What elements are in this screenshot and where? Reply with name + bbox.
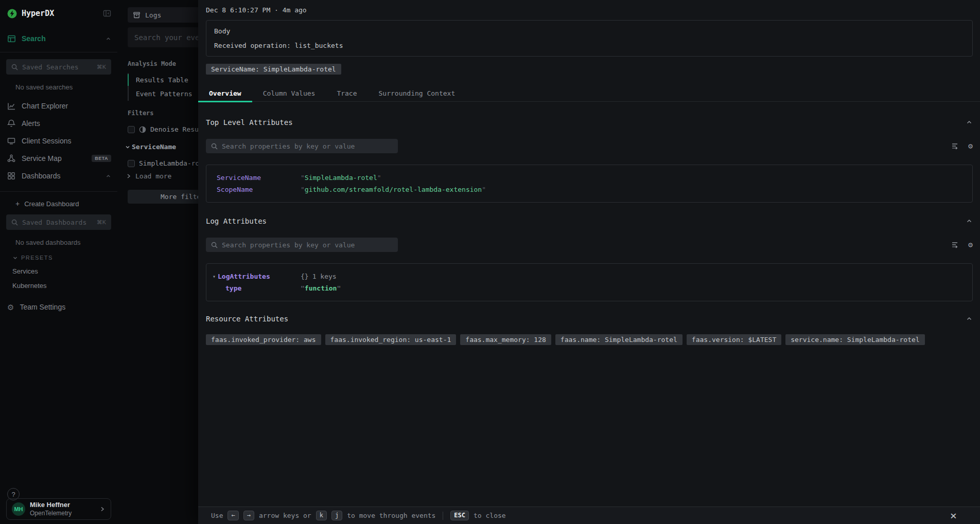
presets-label: PRESETS bbox=[21, 255, 53, 261]
saved-dashboards-input[interactable]: Saved Dashboards ⌘K bbox=[6, 214, 111, 230]
footer-close-text: to close bbox=[474, 512, 506, 519]
divider bbox=[0, 191, 117, 192]
logs-source-icon bbox=[133, 11, 141, 19]
attribute-row: ScopeName github.com/streamfold/rotel-la… bbox=[206, 184, 972, 195]
tab-surrounding-context[interactable]: Surrounding Context bbox=[368, 85, 466, 101]
resource-tag[interactable]: faas.version: $LATEST bbox=[687, 334, 781, 345]
search-icon bbox=[211, 143, 218, 150]
load-more-label: Load more bbox=[135, 172, 171, 180]
right-arrow-key: → bbox=[243, 511, 254, 520]
gear-icon[interactable]: ⚙ bbox=[968, 142, 973, 150]
sidebar-item-search[interactable]: Search bbox=[7, 32, 111, 45]
resource-tag[interactable]: service.name: SimpleLambda-rotel bbox=[785, 334, 924, 345]
collapse-triangle-icon[interactable]: ▾ bbox=[213, 272, 218, 281]
sidebar-item-label: Dashboards bbox=[22, 172, 61, 180]
collapse-section-icon[interactable] bbox=[966, 315, 973, 322]
filter-lines-icon[interactable] bbox=[951, 241, 959, 248]
esc-key: ESC bbox=[450, 511, 469, 520]
search-icon bbox=[11, 64, 18, 70]
property-search-input[interactable] bbox=[222, 241, 393, 249]
braces-icon: {} bbox=[301, 273, 309, 280]
resource-attribute-tags: faas.invoked_provider: aws faas.invoked_… bbox=[206, 334, 973, 345]
body-text: Received operation: list_buckets bbox=[214, 42, 965, 49]
close-icon[interactable]: × bbox=[950, 509, 957, 522]
create-dashboard-label: Create Dashboard bbox=[24, 200, 79, 208]
search-icon bbox=[11, 219, 18, 226]
detail-tabs: Overview Column Values Trace Surrounding… bbox=[198, 85, 980, 102]
sidebar-item-label: Alerts bbox=[22, 119, 40, 128]
sidebar-item-label: Search bbox=[22, 34, 46, 43]
preset-item-kubernetes[interactable]: Kubernetes bbox=[12, 282, 117, 290]
section-resource-attributes-header: Resource Attributes bbox=[206, 315, 973, 323]
tab-trace[interactable]: Trace bbox=[326, 85, 367, 101]
filter-lines-icon[interactable] bbox=[951, 142, 959, 150]
dashboards-icon bbox=[7, 172, 16, 180]
presets-toggle[interactable]: PRESETS bbox=[12, 255, 117, 261]
divider bbox=[0, 52, 117, 52]
chevron-down-icon bbox=[12, 255, 18, 261]
denoise-checkbox[interactable] bbox=[128, 126, 135, 133]
j-key: j bbox=[331, 511, 342, 520]
resource-tag[interactable]: faas.name: SimpleLambda-rotel bbox=[555, 334, 682, 345]
source-label: Logs bbox=[145, 11, 161, 19]
footer-arrow-text: arrow keys or bbox=[259, 512, 311, 519]
user-menu[interactable]: MH Mike Heffner OpenTelemetry bbox=[6, 498, 111, 520]
sidebar-item-client-sessions[interactable]: Client Sessions bbox=[0, 132, 117, 150]
top-level-attributes-table: ServiceName SimpleLambda-rotel ScopeName… bbox=[206, 165, 973, 203]
brand-row: HyperDX bbox=[7, 7, 111, 20]
shortcut-hint: ⌘K bbox=[97, 64, 106, 70]
denoise-icon bbox=[139, 126, 146, 133]
chart-icon bbox=[7, 102, 16, 111]
section-title: Resource Attributes bbox=[206, 315, 288, 323]
divider bbox=[443, 512, 443, 520]
left-arrow-key: ← bbox=[227, 511, 238, 520]
preset-item-services[interactable]: Services bbox=[12, 267, 117, 275]
saved-searches-input[interactable]: Saved Searches ⌘K bbox=[6, 59, 111, 75]
service-name-tag[interactable]: ServiceName: SimpleLambda-rotel bbox=[206, 64, 341, 75]
property-search[interactable] bbox=[206, 238, 398, 252]
user-meta: Mike Heffner OpenTelemetry bbox=[30, 501, 72, 517]
sidebar-item-dashboards[interactable]: Dashboards bbox=[0, 167, 117, 185]
sidebar-item-service-map[interactable]: Service Map BETA bbox=[0, 150, 117, 167]
collapse-section-icon[interactable] bbox=[966, 119, 973, 126]
chevron-up-icon bbox=[106, 36, 111, 42]
attribute-key[interactable]: ScopeName bbox=[217, 185, 301, 194]
attribute-key[interactable]: type bbox=[225, 283, 301, 293]
resource-tag[interactable]: faas.invoked_provider: aws bbox=[206, 334, 321, 345]
sidebar: HyperDX Search Saved Searches ⌘K No save… bbox=[0, 0, 117, 524]
resource-tag[interactable]: faas.invoked_region: us-east-1 bbox=[325, 334, 457, 345]
gear-icon: ⚙ bbox=[7, 303, 14, 311]
attribute-value[interactable]: function bbox=[301, 283, 341, 293]
tree-root-key[interactable]: LogAttributes bbox=[218, 272, 301, 281]
attribute-value[interactable]: github.com/streamfold/rotel-lambda-exten… bbox=[301, 185, 486, 194]
resource-tag[interactable]: faas.max_memory: 128 bbox=[460, 334, 551, 345]
team-settings-label: Team Settings bbox=[20, 303, 65, 311]
section-log-attributes-header: Log Attributes bbox=[206, 217, 973, 225]
tab-overview[interactable]: Overview bbox=[198, 85, 252, 101]
sidebar-item-chart-explorer[interactable]: Chart Explorer bbox=[0, 97, 117, 115]
filter-group-label: ServiceName bbox=[132, 143, 176, 151]
no-saved-dashboards-text: No saved dashboards bbox=[15, 239, 117, 246]
attribute-row: ServiceName SimpleLambda-rotel bbox=[206, 172, 972, 184]
tree-root-row: ▾ LogAttributes {}1 keys bbox=[206, 270, 972, 282]
gear-icon[interactable]: ⚙ bbox=[968, 241, 973, 249]
property-search-input[interactable] bbox=[222, 142, 393, 150]
sidebar-nav: Chart Explorer Alerts Client Sessions Se… bbox=[0, 97, 117, 185]
event-timestamp: Dec 8 6:10:27 PM · 4m ago bbox=[206, 0, 973, 14]
brand-title: HyperDX bbox=[22, 9, 54, 18]
attribute-value[interactable]: SimpleLambda-rotel bbox=[301, 173, 381, 183]
app-root: HyperDX Search Saved Searches ⌘K No save… bbox=[0, 0, 980, 524]
service-checkbox[interactable] bbox=[128, 160, 135, 167]
tab-column-values[interactable]: Column Values bbox=[252, 85, 326, 101]
collapse-sidebar-icon[interactable] bbox=[103, 9, 111, 17]
attribute-key[interactable]: ServiceName bbox=[217, 173, 301, 183]
sidebar-item-team-settings[interactable]: ⚙ Team Settings bbox=[7, 303, 117, 311]
property-search[interactable] bbox=[206, 139, 398, 153]
footer-use-text: Use bbox=[211, 512, 223, 519]
collapse-section-icon[interactable] bbox=[966, 218, 973, 225]
tree-root-meta: {}1 keys bbox=[301, 272, 337, 281]
monitor-icon bbox=[7, 137, 16, 145]
sidebar-item-alerts[interactable]: Alerts bbox=[0, 115, 117, 132]
create-dashboard-button[interactable]: + Create Dashboard bbox=[15, 200, 117, 208]
search-icon bbox=[211, 242, 218, 248]
